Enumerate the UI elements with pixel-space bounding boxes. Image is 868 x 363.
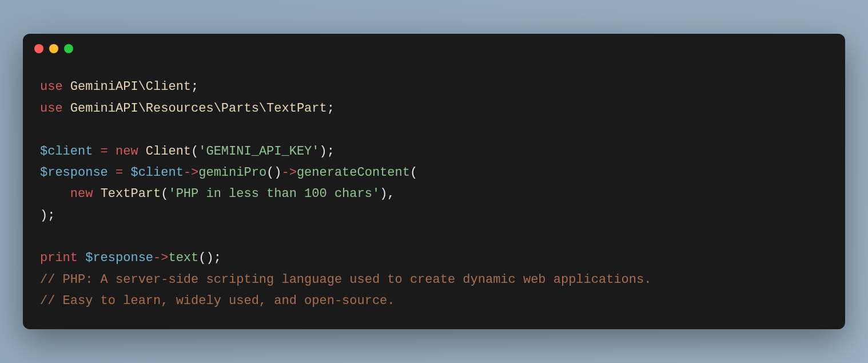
code-line: print $response->text(); xyxy=(40,251,221,265)
keyword-use: use xyxy=(40,80,63,94)
semicolon: ; xyxy=(327,101,335,116)
code-line: $client = new Client('GEMINI_API_KEY'); xyxy=(40,144,335,159)
semicolon: ; xyxy=(214,251,221,265)
string-literal: 'GEMINI_API_KEY' xyxy=(198,144,319,159)
parens: () xyxy=(266,165,281,180)
code-line: ); xyxy=(40,208,55,223)
paren: ) xyxy=(320,144,327,159)
comment: // PHP: A server-side scripting language… xyxy=(40,273,651,287)
window-titlebar xyxy=(23,34,845,59)
class-name: TextPart xyxy=(101,187,161,201)
parens: () xyxy=(198,251,213,265)
variable: $response xyxy=(85,251,153,265)
method-call: geminiPro xyxy=(198,165,266,180)
variable: $client xyxy=(40,144,93,159)
close-icon[interactable] xyxy=(34,44,43,53)
keyword-new: new xyxy=(116,144,138,159)
indent xyxy=(40,187,70,201)
code-line: // PHP: A server-side scripting language… xyxy=(40,273,651,287)
code-window: use GeminiAPI\Client; use GeminiAPI\Reso… xyxy=(23,34,845,329)
operator: = xyxy=(108,165,131,180)
code-line: // Easy to learn, widely used, and open-… xyxy=(40,294,395,308)
paren: ) xyxy=(40,208,47,223)
arrow-operator: -> xyxy=(282,165,297,180)
comma: , xyxy=(387,187,395,201)
paren: ( xyxy=(410,165,417,180)
semicolon: ; xyxy=(327,144,335,159)
namespace: GeminiAPI\Resources\Parts\TextPart xyxy=(70,101,327,116)
code-line: new TextPart('PHP in less than 100 chars… xyxy=(40,187,395,201)
paren: ( xyxy=(161,187,168,201)
variable: $client xyxy=(130,165,183,180)
semicolon: ; xyxy=(47,208,55,223)
keyword-new: new xyxy=(70,187,93,201)
namespace: GeminiAPI\Client xyxy=(70,80,191,94)
maximize-icon[interactable] xyxy=(64,44,73,53)
keyword-print: print xyxy=(40,251,78,265)
operator: = xyxy=(93,144,116,159)
variable: $response xyxy=(40,165,108,180)
arrow-operator: -> xyxy=(153,251,168,265)
paren: ) xyxy=(380,187,387,201)
method-call: text xyxy=(168,251,198,265)
code-line: use GeminiAPI\Resources\Parts\TextPart; xyxy=(40,101,335,116)
minimize-icon[interactable] xyxy=(49,44,58,53)
comment: // Easy to learn, widely used, and open-… xyxy=(40,294,395,308)
semicolon: ; xyxy=(191,80,198,94)
paren: ( xyxy=(191,144,198,159)
class-name: Client xyxy=(146,144,191,159)
code-line: $response = $client->geminiPro()->genera… xyxy=(40,165,417,180)
code-block: use GeminiAPI\Client; use GeminiAPI\Reso… xyxy=(23,59,845,329)
arrow-operator: -> xyxy=(184,165,198,180)
code-line: use GeminiAPI\Client; xyxy=(40,80,198,94)
string-literal: 'PHP in less than 100 chars' xyxy=(168,187,380,201)
method-call: generateContent xyxy=(297,165,410,180)
keyword-use: use xyxy=(40,101,63,116)
